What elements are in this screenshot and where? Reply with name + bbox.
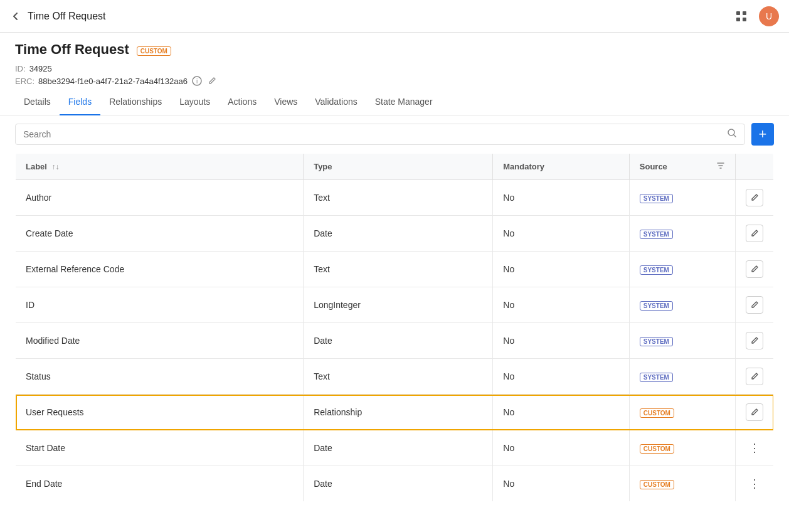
- id-value: 34925: [29, 64, 52, 73]
- table-row: End Date Date No CUSTOM ⋮: [16, 466, 774, 502]
- erc-value: 88be3294-f1e0-a4f7-21a2-7a4a4f132aa6: [38, 77, 188, 86]
- erc-label: ERC:: [15, 77, 34, 86]
- source-badge: SYSTEM: [640, 301, 673, 311]
- table-row: ID LongInteger No SYSTEM: [16, 287, 774, 323]
- cell-mandatory: No: [493, 323, 630, 359]
- cell-label: Create Date: [16, 216, 304, 252]
- tabs-bar: Details Fields Relationships Layouts Act…: [0, 89, 789, 115]
- more-options-button[interactable]: ⋮: [746, 475, 763, 492]
- cell-mandatory: No: [493, 180, 630, 216]
- info-icon[interactable]: i: [191, 75, 203, 87]
- cell-label: Author: [16, 180, 304, 216]
- table-row: Modified Date Date No SYSTEM: [16, 323, 774, 359]
- source-filter-icon[interactable]: [716, 161, 725, 172]
- cell-label: End Date: [16, 466, 304, 502]
- search-box: [15, 124, 745, 145]
- cell-source: SYSTEM: [629, 252, 735, 287]
- svg-rect-1: [743, 11, 746, 15]
- add-field-button[interactable]: +: [751, 123, 774, 146]
- cell-mandatory: No: [493, 287, 630, 323]
- search-input[interactable]: [23, 129, 723, 139]
- svg-rect-3: [743, 18, 746, 21]
- edit-row-button[interactable]: [746, 296, 763, 314]
- cell-actions: [735, 180, 773, 216]
- tab-state-manager[interactable]: State Manager: [366, 89, 442, 115]
- cell-actions: [735, 216, 773, 252]
- cell-source: CUSTOM: [629, 430, 735, 466]
- edit-row-button[interactable]: [746, 332, 763, 349]
- source-badge: SYSTEM: [640, 194, 673, 203]
- cell-actions: ⋮: [735, 466, 773, 502]
- tab-fields[interactable]: Fields: [60, 89, 100, 115]
- cell-actions: [735, 395, 773, 430]
- svg-rect-2: [736, 18, 740, 21]
- cell-actions: ⋮: [735, 430, 773, 466]
- tab-actions[interactable]: Actions: [219, 89, 265, 115]
- apps-icon[interactable]: [731, 6, 751, 26]
- cell-source: SYSTEM: [629, 287, 735, 323]
- tab-details[interactable]: Details: [15, 89, 60, 115]
- meta-id-row: ID: 34925: [15, 64, 774, 73]
- top-bar-right: U: [731, 6, 779, 26]
- table-row: External Reference Code Text No SYSTEM: [16, 252, 774, 287]
- cell-source: SYSTEM: [629, 216, 735, 252]
- col-header-label: Label ↑↓: [16, 154, 304, 180]
- edit-row-button[interactable]: [746, 225, 763, 242]
- cell-actions: [735, 252, 773, 287]
- cell-actions: [735, 323, 773, 359]
- cell-mandatory: No: [493, 359, 630, 395]
- cell-source: SYSTEM: [629, 180, 735, 216]
- source-badge: SYSTEM: [640, 337, 673, 346]
- cell-source: CUSTOM: [629, 395, 735, 430]
- sort-icon[interactable]: ↑↓: [52, 162, 60, 171]
- tab-views[interactable]: Views: [265, 89, 306, 115]
- table-row: User Requests Relationship No CUSTOM: [16, 395, 774, 430]
- source-badge: SYSTEM: [640, 230, 673, 239]
- cell-mandatory: No: [493, 466, 630, 502]
- col-header-mandatory: Mandatory: [493, 154, 630, 180]
- source-badge: CUSTOM: [640, 444, 674, 454]
- cell-type: Relationship: [304, 395, 493, 430]
- tab-relationships[interactable]: Relationships: [100, 89, 171, 115]
- edit-row-button[interactable]: [746, 403, 763, 421]
- cell-actions: [735, 359, 773, 395]
- tab-validations[interactable]: Validations: [306, 89, 366, 115]
- cell-label: External Reference Code: [16, 252, 304, 287]
- edit-row-button[interactable]: [746, 368, 763, 385]
- source-badge: CUSTOM: [640, 408, 674, 418]
- table-row: Create Date Date No SYSTEM: [16, 216, 774, 252]
- meta-erc-row: ERC: 88be3294-f1e0-a4f7-21a2-7a4a4f132aa…: [15, 75, 774, 87]
- cell-type: Date: [304, 323, 493, 359]
- fields-table: Label ↑↓ Type Mandatory Source: [15, 153, 774, 502]
- cell-source: SYSTEM: [629, 359, 735, 395]
- svg-rect-0: [736, 11, 740, 15]
- source-badge: SYSTEM: [640, 265, 673, 275]
- cell-mandatory: No: [493, 252, 630, 287]
- avatar[interactable]: U: [759, 6, 779, 26]
- cell-label: Modified Date: [16, 323, 304, 359]
- tab-layouts[interactable]: Layouts: [171, 89, 219, 115]
- more-options-button[interactable]: ⋮: [746, 439, 763, 457]
- edit-row-button[interactable]: [746, 260, 763, 278]
- source-badge: CUSTOM: [640, 480, 674, 489]
- cell-source: SYSTEM: [629, 323, 735, 359]
- source-badge: SYSTEM: [640, 373, 673, 382]
- top-bar: Time Off Request U: [0, 0, 789, 33]
- top-bar-left: Time Off Request: [10, 11, 106, 22]
- table-row: Author Text No SYSTEM: [16, 180, 774, 216]
- edit-erc-icon[interactable]: [206, 75, 218, 87]
- edit-row-button[interactable]: [746, 189, 763, 206]
- col-header-actions: [735, 154, 773, 180]
- search-icon: [727, 128, 737, 141]
- cell-type: Date: [304, 216, 493, 252]
- back-button[interactable]: [10, 11, 21, 22]
- table-row: Status Text No SYSTEM: [16, 359, 774, 395]
- cell-type: Text: [304, 180, 493, 216]
- svg-text:i: i: [196, 78, 198, 85]
- cell-mandatory: No: [493, 216, 630, 252]
- cell-mandatory: No: [493, 395, 630, 430]
- toolbar: +: [0, 115, 789, 153]
- object-title: Time Off Request: [15, 41, 129, 58]
- cell-type: Date: [304, 430, 493, 466]
- cell-actions: [735, 287, 773, 323]
